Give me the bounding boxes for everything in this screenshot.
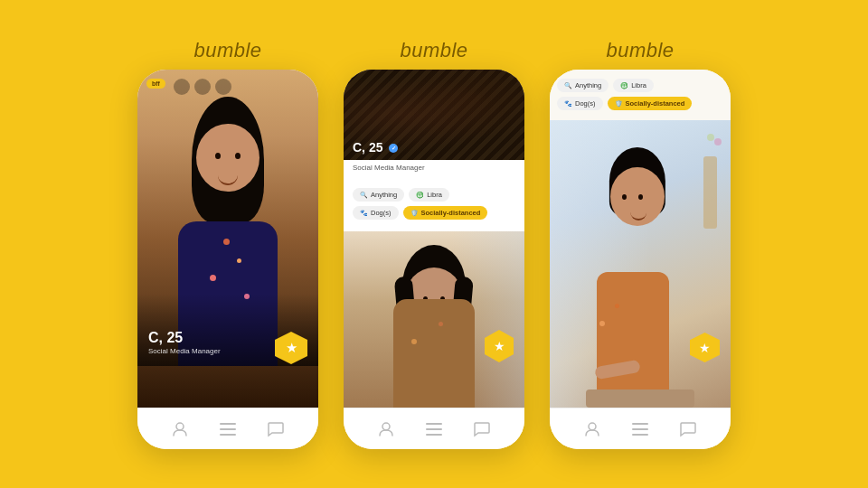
nav-chat-2[interactable]	[472, 419, 492, 439]
tags-row-2: 🐾 Dog(s) 🛡️ Socially-distanced	[353, 206, 515, 220]
tags-row-3b: 🐾 Dog(s) 🛡️ Socially-distanced	[557, 97, 723, 110]
svg-rect-6	[426, 428, 442, 430]
nav-profile-1[interactable]	[170, 419, 190, 439]
phone-3: 🔍 Anything ♎ Libra 🐾 Dog(s) 🛡️ Socially-…	[550, 70, 731, 449]
libra-icon-3: ♎	[620, 82, 628, 89]
phone-wrapper-2: bumble C, 25 ✓ Social Media Manager 🔍 An…	[344, 39, 524, 449]
tag-dogs-3[interactable]: 🐾 Dog(s)	[557, 97, 603, 110]
svg-point-0	[176, 423, 184, 430]
app-title-2: bumble	[400, 39, 467, 62]
svg-point-8	[589, 423, 596, 430]
card-header: C, 25 ✓	[344, 70, 524, 160]
nav-menu-1[interactable]	[218, 419, 238, 439]
profile-photo-1[interactable]: bff C, 25 Social Media Manager	[137, 70, 318, 408]
shield-icon-3: 🛡️	[615, 100, 623, 108]
svg-rect-11	[632, 434, 648, 436]
phone-wrapper-3: bumble 🔍 Anything ♎ Libra 🐾 Dog(s)	[550, 39, 731, 449]
svg-rect-9	[632, 423, 648, 425]
tag-dogs-2[interactable]: 🐾 Dog(s)	[353, 206, 399, 220]
tags-section-3: 🔍 Anything ♎ Libra 🐾 Dog(s) 🛡️ Socially-…	[550, 70, 731, 120]
card-name-2: C, 25 ✓	[353, 140, 398, 155]
card-job-2: Social Media Manager	[344, 160, 524, 172]
tag-anything-2[interactable]: 🔍 Anything	[353, 188, 404, 202]
nav-profile-3[interactable]	[582, 419, 602, 439]
tag-libra-2[interactable]: ♎ Libra	[409, 188, 449, 202]
profile-photo-3[interactable]: ★	[550, 120, 731, 408]
top-icon-2[interactable]	[194, 79, 211, 95]
svg-rect-10	[632, 428, 648, 430]
tags-section-2: 🔍 Anything ♎ Libra 🐾 Dog(s) 🛡️ Socially-…	[344, 172, 524, 231]
app-title-3: bumble	[606, 39, 674, 62]
svg-point-4	[382, 423, 390, 430]
svg-rect-7	[426, 434, 442, 436]
search-icon-2: 🔍	[360, 192, 368, 199]
shield-icon-2: 🛡️	[410, 210, 419, 217]
phone-wrapper-1: bumble bff	[137, 39, 318, 449]
svg-rect-1	[220, 423, 236, 425]
phone-1: bff C, 25 Social Media Manager	[137, 70, 318, 449]
bottom-nav-2	[344, 408, 524, 449]
profile-photo-2[interactable]	[344, 231, 524, 408]
dog-icon-3: 🐾	[564, 100, 572, 108]
tags-row-1: 🔍 Anything ♎ Libra	[353, 188, 515, 202]
svg-rect-3	[220, 434, 236, 436]
app-title-1: bumble	[193, 39, 261, 62]
phone-2: C, 25 ✓ Social Media Manager 🔍 Anything …	[344, 70, 524, 449]
top-icons	[174, 79, 231, 95]
verified-badge-2: ✓	[389, 144, 398, 153]
bottom-nav-1	[137, 408, 318, 449]
nav-menu-3[interactable]	[630, 419, 650, 439]
nav-chat-1[interactable]	[266, 419, 286, 439]
svg-rect-5	[426, 423, 442, 425]
tag-anything-3[interactable]: 🔍 Anything	[557, 79, 609, 92]
bff-badge: bff	[146, 79, 165, 89]
tag-social-3[interactable]: 🛡️ Socially-distanced	[608, 97, 693, 110]
top-icon-3[interactable]	[215, 79, 231, 95]
profile-job-1: Social Media Manager	[148, 347, 221, 355]
libra-icon-2: ♎	[416, 192, 424, 199]
nav-menu-2[interactable]	[424, 419, 444, 439]
bottom-nav-3	[550, 408, 731, 449]
top-icon-1[interactable]	[174, 79, 190, 95]
search-icon-3: 🔍	[564, 82, 572, 89]
profile-info-1: C, 25 Social Media Manager	[148, 330, 221, 355]
nav-profile-2[interactable]	[376, 419, 396, 439]
tags-row-3a: 🔍 Anything ♎ Libra	[557, 79, 723, 92]
nav-chat-3[interactable]	[678, 419, 698, 439]
tag-social-2[interactable]: 🛡️ Socially-distanced	[403, 206, 488, 220]
tag-libra-3[interactable]: ♎ Libra	[613, 79, 654, 92]
profile-name-1: C, 25	[148, 330, 221, 346]
dog-icon-2: 🐾	[360, 210, 368, 217]
svg-rect-2	[220, 428, 236, 430]
